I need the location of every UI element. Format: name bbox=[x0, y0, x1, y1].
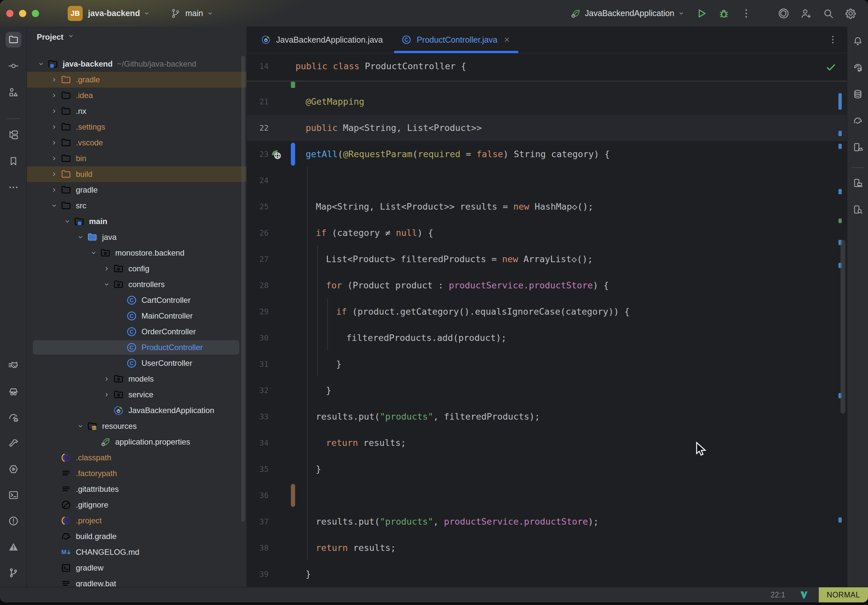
code-line-29[interactable]: 29if (product.getCategory().equalsIgnore… bbox=[247, 299, 847, 325]
maximize-window-button[interactable] bbox=[32, 10, 39, 17]
tree-item-gradlew-bat[interactable]: gradlew.bat bbox=[27, 576, 246, 587]
code-line-27[interactable]: 27List<Product> filteredProducts = new A… bbox=[247, 246, 847, 272]
tree-item-src[interactable]: src bbox=[27, 198, 246, 214]
more-actions-kebab-icon[interactable] bbox=[740, 7, 752, 20]
chevron-right-icon[interactable] bbox=[48, 169, 60, 179]
tree-item-application-properties[interactable]: application.properties bbox=[27, 434, 246, 450]
chevron-right-icon[interactable] bbox=[48, 122, 60, 132]
terminal-icon[interactable] bbox=[6, 487, 21, 503]
tree-item-javabackendapplication[interactable]: JavaBackendApplication bbox=[27, 402, 246, 418]
user-plus-icon[interactable] bbox=[800, 7, 812, 20]
line-number[interactable]: 25 bbox=[247, 193, 268, 220]
line-number[interactable]: 36 bbox=[247, 482, 268, 509]
tree-item-controllers[interactable]: controllers bbox=[27, 277, 246, 292]
error-stripe-mark[interactable] bbox=[839, 93, 842, 110]
speed-cat-icon[interactable] bbox=[6, 357, 21, 373]
error-stripe-mark[interactable] bbox=[839, 144, 842, 149]
chevron-right-icon[interactable] bbox=[48, 153, 60, 163]
chevron-down-icon[interactable] bbox=[35, 59, 47, 69]
vim-mode-badge[interactable]: NORMAL bbox=[819, 587, 868, 602]
ai-spiral-icon[interactable] bbox=[777, 7, 790, 20]
tree-item-models[interactable]: models bbox=[27, 371, 246, 387]
chevron-down-icon[interactable] bbox=[74, 421, 87, 431]
spring-leaf-run-icon[interactable] bbox=[570, 8, 581, 19]
chevron-down-icon[interactable] bbox=[48, 201, 60, 210]
caret-position[interactable]: 22:1 bbox=[770, 591, 785, 599]
database-icon[interactable] bbox=[851, 87, 865, 101]
line-number[interactable]: 14 bbox=[247, 53, 268, 79]
close-window-button[interactable] bbox=[6, 10, 14, 17]
device-mirror-icon[interactable] bbox=[851, 176, 865, 190]
tab-productcontroller[interactable]: C ProductController.java bbox=[392, 26, 520, 53]
project-tree-scrollbar[interactable] bbox=[241, 56, 245, 521]
tree-item-service[interactable]: service bbox=[27, 387, 246, 402]
chevron-right-icon[interactable] bbox=[48, 75, 60, 85]
tree-item-ordercontroller[interactable]: COrderController bbox=[27, 324, 246, 340]
project-name[interactable]: java-backend bbox=[88, 9, 140, 18]
code-line-30[interactable]: 30filteredProducts.add(product); bbox=[247, 325, 847, 351]
tree-item--gitattributes[interactable]: .gitattributes bbox=[27, 481, 246, 497]
minimize-window-button[interactable] bbox=[19, 10, 26, 17]
tree-item--idea[interactable]: .idea bbox=[27, 88, 246, 103]
vim-icon[interactable] bbox=[799, 590, 809, 600]
services-icon[interactable] bbox=[6, 461, 21, 477]
error-stripe-mark[interactable] bbox=[839, 131, 842, 136]
tree-item--settings[interactable]: .settings bbox=[27, 119, 246, 135]
tree-item-maincontroller[interactable]: CMainController bbox=[27, 308, 246, 324]
line-number[interactable]: 24 bbox=[247, 167, 268, 193]
code-line-38[interactable]: 38return results; bbox=[247, 535, 847, 561]
branch-name[interactable]: main bbox=[185, 9, 203, 18]
tree-item-main[interactable]: main bbox=[27, 214, 246, 229]
line-number[interactable]: 23 bbox=[247, 141, 268, 167]
code-line-25[interactable]: 25Map<String, List<Product>> results = n… bbox=[247, 193, 847, 220]
tree-item-productcontroller[interactable]: CProductController bbox=[27, 340, 246, 355]
search-icon[interactable] bbox=[822, 7, 834, 20]
chevron-down-icon[interactable] bbox=[61, 217, 74, 226]
tree-item-java[interactable]: java bbox=[27, 229, 246, 245]
code-line-33[interactable]: 33results.put("products", filteredProduc… bbox=[247, 404, 847, 430]
incognito-icon[interactable] bbox=[6, 384, 21, 399]
line-number[interactable]: 39 bbox=[247, 561, 268, 587]
device-inspect-icon[interactable] bbox=[851, 203, 865, 217]
code-line-36[interactable]: 36 bbox=[247, 482, 847, 509]
error-stripe-mark[interactable] bbox=[839, 517, 842, 523]
more-tools-icon[interactable] bbox=[6, 179, 21, 195]
device-android-icon[interactable] bbox=[851, 140, 865, 155]
tree-item--gradle[interactable]: .gradle bbox=[27, 72, 246, 88]
bookmarks-icon[interactable] bbox=[6, 153, 21, 169]
gear-icon[interactable] bbox=[844, 7, 857, 20]
project-icon[interactable] bbox=[6, 32, 21, 48]
line-number[interactable]: 21 bbox=[247, 88, 268, 115]
line-number[interactable]: 37 bbox=[247, 509, 268, 535]
editor-scrollbar[interactable] bbox=[840, 240, 845, 414]
line-number[interactable]: 26 bbox=[247, 220, 268, 246]
gradle-icon[interactable] bbox=[851, 113, 865, 128]
dependencies-icon[interactable] bbox=[6, 127, 21, 143]
structure-icon[interactable] bbox=[6, 84, 21, 100]
chevron-right-icon[interactable] bbox=[101, 374, 113, 384]
code-line-26[interactable]: 26if (category ≠ null) { bbox=[247, 220, 847, 246]
tree-item--nx[interactable]: .nx bbox=[27, 103, 246, 119]
line-number[interactable]: 31 bbox=[247, 351, 268, 377]
tab-options-kebab-icon[interactable] bbox=[827, 34, 839, 45]
code-line-35[interactable]: 35} bbox=[247, 456, 847, 482]
line-number[interactable]: 34 bbox=[247, 430, 268, 456]
tree-item--gitignore[interactable]: .gitignore bbox=[27, 497, 246, 513]
code-line-31[interactable]: 31} bbox=[247, 351, 847, 377]
chevron-down-icon[interactable] bbox=[143, 9, 151, 18]
tree-item--vscode[interactable]: .vscode bbox=[27, 135, 246, 151]
vcs-change-marker[interactable] bbox=[291, 484, 295, 507]
profiler-icon[interactable] bbox=[6, 410, 21, 425]
project-panel-header[interactable]: Project bbox=[27, 26, 246, 48]
chevron-down-icon[interactable] bbox=[206, 9, 214, 18]
tree-item-gradlew[interactable]: gradlew bbox=[27, 560, 246, 576]
tree-item--classpath[interactable]: .classpath bbox=[27, 450, 246, 466]
git-branch-icon[interactable] bbox=[6, 565, 21, 581]
chevron-down-icon[interactable] bbox=[87, 248, 100, 258]
code-line-23[interactable]: 23getAll(@RequestParam(required = false)… bbox=[247, 141, 847, 167]
code-line-34[interactable]: 34return results; bbox=[247, 430, 847, 456]
project-avatar[interactable]: JB bbox=[68, 6, 83, 21]
vcs-change-marker[interactable] bbox=[291, 143, 295, 166]
folded-region[interactable] bbox=[247, 81, 847, 88]
chevron-right-icon[interactable] bbox=[101, 264, 113, 274]
